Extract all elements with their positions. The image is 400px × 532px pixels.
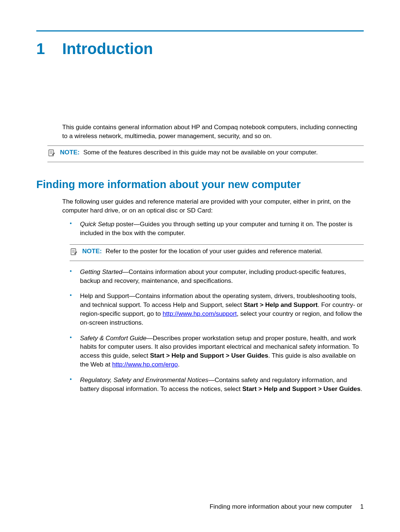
- note-text-container: NOTE:Some of the features described in t…: [60, 148, 364, 157]
- item-text-post: .: [360, 385, 362, 392]
- item-title: Getting Started: [80, 268, 122, 275]
- item-bold: Start > Help and Support > User Guides: [150, 352, 268, 359]
- page-body: 1 Introduction This guide contains gener…: [0, 0, 400, 393]
- item-text: poster—Guides you through setting up you…: [80, 221, 353, 237]
- note-box: NOTE:Some of the features described in t…: [47, 145, 364, 162]
- item-title: Regulatory, Safety and Environmental Not…: [80, 377, 208, 384]
- list-item: Getting Started—Contains information abo…: [70, 268, 364, 285]
- support-link[interactable]: http://www.hp.com/support: [163, 310, 237, 317]
- item-bold: Start > Help and Support > User Guides: [242, 385, 360, 392]
- item-text-post: .: [178, 361, 180, 368]
- chapter-number: 1: [36, 38, 62, 60]
- note-icon: [47, 149, 57, 160]
- list-item: Regulatory, Safety and Environmental Not…: [70, 376, 364, 394]
- note-label: NOTE:: [60, 149, 80, 156]
- list-item: Safety & Comfort Guide—Describes proper …: [70, 334, 364, 369]
- page-footer: Finding more information about your new …: [210, 502, 364, 511]
- note-icon: [70, 248, 79, 258]
- page-number: 1: [360, 502, 364, 511]
- intro-paragraph: This guide contains general information …: [62, 123, 364, 141]
- list-item: Quick Setup poster—Guides you through se…: [70, 220, 364, 238]
- item-title: Quick Setup: [80, 221, 114, 228]
- note-text-container: NOTE:Refer to the poster for the locatio…: [82, 247, 364, 256]
- note-text: Refer to the poster for the location of …: [106, 248, 323, 255]
- guide-list-cont: Getting Started—Contains information abo…: [70, 268, 364, 394]
- note-box: NOTE:Refer to the poster for the locatio…: [70, 244, 364, 261]
- section-title: Finding more information about your new …: [36, 177, 364, 192]
- note-text: Some of the features described in this g…: [83, 149, 318, 156]
- section-intro: The following user guides and reference …: [62, 197, 364, 215]
- note-label: NOTE:: [82, 248, 102, 255]
- chapter-header: 1 Introduction: [36, 38, 364, 60]
- footer-section-title: Finding more information about your new …: [210, 502, 352, 511]
- list-item: Help and Support—Contains information ab…: [70, 292, 364, 327]
- chapter-rule: [36, 30, 364, 31]
- chapter-title: Introduction: [62, 38, 153, 60]
- item-bold: Start > Help and Support: [244, 301, 318, 308]
- item-title: Safety & Comfort Guide: [80, 335, 147, 342]
- guide-list: Quick Setup poster—Guides you through se…: [70, 220, 364, 238]
- ergo-link[interactable]: http://www.hp.com/ergo: [112, 361, 178, 368]
